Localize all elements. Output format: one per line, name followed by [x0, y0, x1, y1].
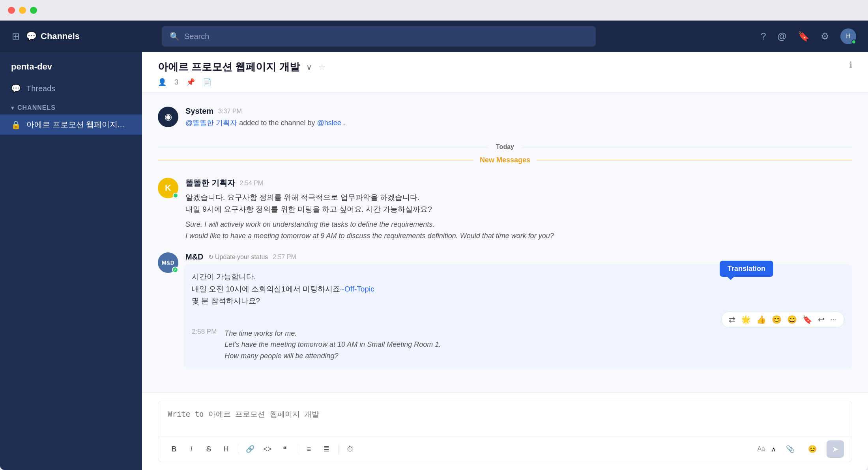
attachment-button[interactable]: 📎	[782, 441, 798, 457]
maximize-button[interactable]	[30, 7, 37, 14]
avatar-letter: H	[846, 33, 851, 40]
font-size-arrow[interactable]: ∧	[771, 446, 776, 453]
system-text-4: .	[343, 119, 345, 127]
input-toolbar: B I S H 🔗 <> ❝ ≡ ≣ ⏱ Aa	[158, 436, 852, 462]
toolbar-divider-3	[338, 444, 339, 454]
emoji-time-button[interactable]: ⏱	[342, 441, 358, 457]
sidebar-item-threads[interactable]: 💬 Threads	[0, 78, 142, 99]
aa-label[interactable]: Aa	[757, 446, 765, 453]
channel-header-wrapper: 아에르 프로모션 웹페이지 개발 ∨ ☆ 👤 3 📌 📄 ℹ	[142, 52, 868, 92]
quote-button[interactable]: ❝	[277, 441, 293, 457]
bullet-button[interactable]: ≡	[301, 441, 317, 457]
msg2-english-line3: How many people will be attending?	[224, 350, 441, 362]
msg2-time: 2:57 PM	[273, 254, 296, 261]
italic-button[interactable]: I	[183, 441, 199, 457]
date-label: Today	[488, 142, 522, 152]
channel-chevron[interactable]: ∨	[306, 62, 312, 72]
system-sender: System	[185, 107, 213, 116]
threads-icon: 💬	[11, 84, 21, 93]
message-input[interactable]	[158, 401, 852, 434]
star-emoji-icon[interactable]: 🌟	[741, 315, 751, 324]
update-status[interactable]: ↻ Update your status	[208, 253, 268, 261]
thumbs-up-icon[interactable]: 👍	[756, 315, 766, 324]
heading-button[interactable]: H	[218, 441, 234, 457]
bookmark-reaction-icon[interactable]: 🔖	[803, 315, 812, 324]
msg1-online-dot	[173, 193, 178, 198]
message-2: M&D ✓ M&D ↻ Update your status 2:57 PM	[158, 247, 852, 374]
avatar-status-dot	[851, 39, 856, 44]
channels-nav[interactable]: 💬 Channels	[26, 31, 80, 41]
more-options-icon[interactable]: ···	[830, 315, 837, 324]
search-placeholder: Search	[184, 32, 209, 41]
channels-section-header: ▾ CHANNELS	[0, 99, 142, 115]
help-icon[interactable]: ?	[761, 31, 766, 42]
reply-icon[interactable]: ↩	[818, 315, 825, 324]
system-avatar: ◉	[158, 107, 178, 127]
date-divider: Today	[158, 142, 852, 152]
grid-icon[interactable]: ⊞	[12, 31, 20, 42]
input-box: B I S H 🔗 <> ❝ ≡ ≣ ⏱ Aa	[158, 401, 852, 462]
msg1-sender: 똘똘한 기획자	[185, 178, 235, 188]
info-button[interactable]: ℹ	[849, 60, 852, 70]
pin-icon[interactable]: 📌	[186, 78, 195, 86]
msg1-header: 똘똘한 기획자 2:54 PM	[185, 178, 852, 188]
minimize-button[interactable]	[19, 7, 26, 14]
settings-icon[interactable]: ⚙	[821, 31, 829, 42]
doc-icon[interactable]: 📄	[203, 78, 211, 86]
smile-icon[interactable]: 😊	[772, 315, 782, 324]
new-messages-divider: New Messages	[158, 156, 852, 164]
msg1-avatar: K	[158, 178, 178, 198]
msg1-english-line1: Sure. I will actively work on understand…	[185, 219, 852, 230]
search-icon: 🔍	[170, 32, 180, 41]
msg2-avatar: M&D ✓	[158, 252, 178, 273]
sidebar: penta-dev 💬 Threads ▾ CHANNELS 🔒 아에르 프로모…	[0, 52, 142, 470]
main-layout: penta-dev 💬 Threads ▾ CHANNELS 🔒 아에르 프로모…	[0, 52, 868, 470]
channel-title: 아에르 프로모션 웹페이지 개발	[158, 60, 300, 74]
channel-star[interactable]: ☆	[318, 62, 326, 72]
emoji-button[interactable]: 😊	[804, 441, 820, 457]
msg2-sender: M&D	[185, 252, 204, 261]
messages-area[interactable]: ◉ System 3:37 PM @똘똘한 기획자 added to the c…	[142, 92, 868, 393]
new-messages-line-left	[158, 160, 473, 160]
msg1-english-line2: I would like to have a meeting tomorrow …	[185, 230, 852, 242]
numbered-button[interactable]: ≣	[318, 441, 334, 457]
link-button[interactable]: 🔗	[242, 441, 258, 457]
code-button[interactable]: <>	[260, 441, 275, 457]
channel-meta-row: 👤 3 📌 📄	[158, 78, 852, 86]
user-avatar[interactable]: H	[840, 28, 856, 44]
mention-2: @hslee	[317, 119, 341, 127]
close-button[interactable]	[8, 7, 15, 14]
msg1-content: 똘똘한 기획자 2:54 PM 알겠습니다. 요구사항 정의를 위해 적극적으로…	[185, 178, 852, 241]
toolbar-divider-1	[238, 444, 238, 454]
search-bar[interactable]: 🔍 Search	[162, 26, 596, 47]
system-avatar-icon: ◉	[165, 112, 172, 122]
msg1-korean-line2: 내일 9시에 요구사항 정의를 위한 미팅을 하고 싶어요. 시간 가능하실까요…	[185, 203, 852, 215]
message-1: K 똘똘한 기획자 2:54 PM 알겠습니다. 요구사항 정의를 위해 적극적…	[158, 172, 852, 247]
workspace-name[interactable]: penta-dev	[0, 52, 142, 78]
bookmark-icon[interactable]: 🔖	[798, 31, 810, 42]
translation-tooltip[interactable]: Translation	[720, 261, 773, 277]
channels-title: Channels	[41, 31, 80, 41]
members-icon: 👤	[158, 78, 166, 86]
msg2-subtime: 2:58 PM	[192, 328, 217, 336]
sidebar-item-channel-active[interactable]: 🔒 아에르 프로모션 웹페이지...	[0, 115, 142, 135]
system-text-2: added to the channel by	[239, 119, 317, 127]
strikethrough-button[interactable]: S	[201, 441, 217, 457]
title-bar	[0, 0, 868, 21]
msg2-korean-line3: 몇 분 참석하시나요?	[192, 295, 844, 307]
translate-icon[interactable]: ⇄	[729, 315, 735, 324]
bold-button[interactable]: B	[166, 441, 182, 457]
msg2-header: M&D ↻ Update your status 2:57 PM	[185, 252, 852, 261]
reaction-bar: ⇄ 🌟 👍 😊 😄 🔖 ↩ ···	[721, 311, 844, 328]
toolbar-right: Aa ∧ 📎 😊 ➤	[757, 440, 844, 458]
at-icon[interactable]: @	[777, 31, 787, 42]
top-bar-right: ? @ 🔖 ⚙ H	[761, 28, 856, 44]
off-topic-link[interactable]: ~Off-Topic	[340, 285, 374, 293]
members-count: 3	[174, 78, 178, 86]
send-button[interactable]: ➤	[827, 440, 844, 458]
channel-title-row: 아에르 프로모션 웹페이지 개발 ∨ ☆	[158, 60, 852, 74]
app-window: ⊞ 💬 Channels 🔍 Search ? @ 🔖 ⚙ H penta-de…	[0, 0, 868, 470]
top-bar-left: ⊞ 💬 Channels	[12, 31, 154, 42]
active-channel-name: 아에르 프로모션 웹페이지...	[26, 119, 124, 130]
add-emoji-icon[interactable]: 😄	[787, 315, 797, 324]
